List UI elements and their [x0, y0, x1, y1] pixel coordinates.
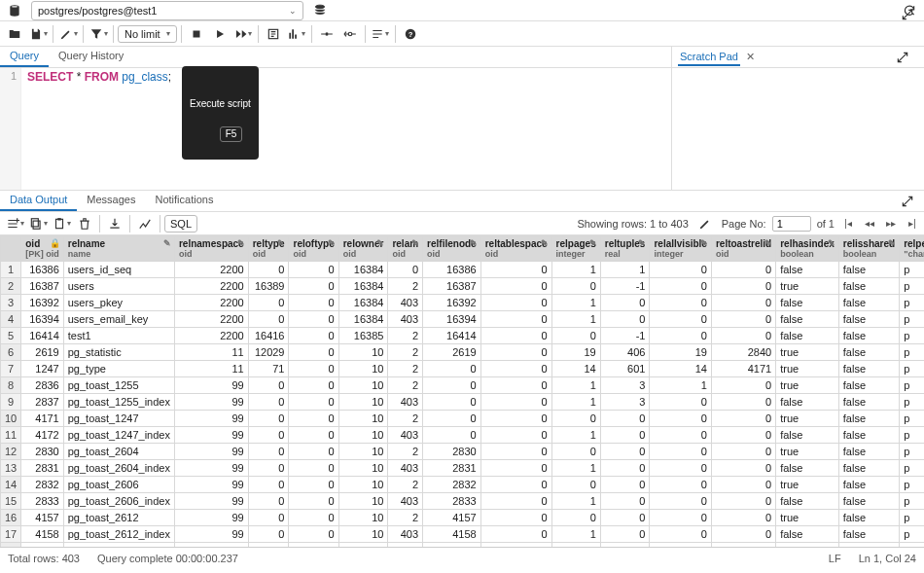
cell[interactable]: 0	[711, 262, 775, 278]
cell[interactable]: 14	[551, 361, 600, 377]
cell[interactable]: 0	[289, 526, 338, 543]
cell[interactable]: pg_toast_1247_index	[63, 427, 174, 444]
cell[interactable]: 0	[289, 262, 338, 278]
cell[interactable]: 10	[338, 460, 388, 477]
cell[interactable]: 2832	[21, 477, 64, 493]
column-header[interactable]: relallvisibleinteger✎	[650, 236, 711, 262]
tab-data-output[interactable]: Data Output	[0, 191, 77, 211]
cell[interactable]: false	[776, 311, 839, 328]
cell[interactable]: 406	[600, 344, 650, 361]
explain-button[interactable]	[263, 23, 284, 45]
paste-button[interactable]	[51, 213, 72, 234]
cell[interactable]: 0	[289, 394, 338, 411]
cell[interactable]: 0	[289, 311, 338, 328]
cell[interactable]: 16414	[21, 328, 64, 344]
cell[interactable]: 0	[711, 377, 775, 394]
column-header[interactable]: relissharedboolean✎	[838, 236, 899, 262]
cell[interactable]: 0	[248, 295, 289, 311]
table-row[interactable]: 516414test122001641601638521641400-100fa…	[1, 328, 925, 344]
cell[interactable]: -1	[600, 328, 650, 344]
cell[interactable]: 0	[289, 411, 338, 427]
cell[interactable]: true	[776, 444, 839, 460]
cell[interactable]: 10	[338, 411, 388, 427]
cell[interactable]: 4171	[21, 411, 64, 427]
cell[interactable]: users_id_seq	[63, 262, 174, 278]
copy-button[interactable]	[27, 213, 49, 234]
cell[interactable]: 12029	[248, 344, 289, 361]
table-row[interactable]: 142832pg_toast_26069900102283200000truef…	[1, 477, 925, 493]
cell[interactable]: 0	[711, 510, 775, 526]
cell[interactable]: 1	[551, 377, 600, 394]
cell[interactable]: 0	[480, 526, 551, 543]
row-number[interactable]: 14	[1, 477, 21, 493]
results-grid[interactable]: oid[PK] oid🔒relnamename✎relnamespaceoid✎…	[0, 235, 924, 547]
cell[interactable]: 0	[650, 262, 711, 278]
next-page-button[interactable]: ▸▸	[883, 216, 899, 232]
cell[interactable]: 2200	[174, 278, 248, 295]
tab-notifications[interactable]: Notifications	[145, 191, 223, 211]
cell[interactable]: true	[776, 377, 839, 394]
prev-page-button[interactable]: ◂◂	[862, 216, 877, 232]
cell[interactable]: 16386	[21, 262, 64, 278]
cell[interactable]: 1	[551, 493, 600, 510]
cell[interactable]: 1	[551, 311, 600, 328]
cell[interactable]: 10	[338, 526, 388, 543]
row-number[interactable]: 11	[1, 427, 21, 444]
cell[interactable]: 16394	[423, 311, 481, 328]
cell[interactable]: 16392	[423, 295, 481, 311]
cell[interactable]: p	[900, 361, 924, 377]
cell[interactable]: false	[776, 394, 839, 411]
row-number[interactable]: 6	[1, 344, 21, 361]
cell[interactable]: 0	[711, 477, 775, 493]
cell[interactable]: 0	[248, 394, 289, 411]
cell[interactable]: 99	[174, 444, 248, 460]
tab-query-history[interactable]: Query History	[49, 47, 133, 67]
cell[interactable]: 10	[338, 477, 388, 493]
cell[interactable]: 1	[551, 427, 600, 444]
cell[interactable]: 2200	[174, 328, 248, 344]
column-header[interactable]: relnamespaceoid✎	[174, 236, 248, 262]
cell[interactable]: false	[838, 444, 899, 460]
cell[interactable]: users_email_key	[63, 311, 174, 328]
column-header[interactable]: reltoastrelidoid✎	[711, 236, 775, 262]
cell[interactable]: 3	[600, 377, 650, 394]
cell[interactable]: 2836	[21, 377, 64, 394]
cell[interactable]: -1	[600, 278, 650, 295]
cell[interactable]: p	[900, 262, 924, 278]
cell[interactable]: users_pkey	[63, 295, 174, 311]
cell[interactable]: 99	[174, 411, 248, 427]
cell[interactable]: true	[776, 477, 839, 493]
cell[interactable]: 2200	[174, 311, 248, 328]
cell[interactable]: 99	[174, 427, 248, 444]
cell[interactable]: 2	[388, 444, 423, 460]
cell[interactable]: users	[63, 278, 174, 295]
column-header[interactable]: reltablespaceoid✎	[480, 236, 551, 262]
cell[interactable]: 0	[551, 477, 600, 493]
cell[interactable]: p	[900, 411, 924, 427]
cell[interactable]: 10	[338, 444, 388, 460]
commit-button[interactable]	[316, 23, 338, 45]
cell[interactable]: false	[838, 361, 899, 377]
edit-button[interactable]	[57, 23, 79, 45]
tab-messages[interactable]: Messages	[77, 191, 145, 211]
cell[interactable]: 0	[600, 460, 650, 477]
table-row[interactable]: 62619pg_statistic11120290102261901940619…	[1, 344, 925, 361]
cell[interactable]: 2	[388, 510, 423, 526]
open-file-button[interactable]	[4, 23, 25, 45]
execute-options-button[interactable]	[232, 23, 254, 45]
cell[interactable]: 0	[600, 493, 650, 510]
cell[interactable]: 2831	[423, 460, 481, 477]
cell[interactable]: 2	[388, 328, 423, 344]
cell[interactable]: p	[900, 444, 924, 460]
cell[interactable]: 0	[423, 411, 481, 427]
cell[interactable]: 2832	[423, 477, 481, 493]
cell[interactable]: pg_toast_2606_index	[63, 493, 174, 510]
cell[interactable]: 16385	[338, 328, 388, 344]
cell[interactable]: false	[838, 311, 899, 328]
first-page-button[interactable]: |◂	[840, 216, 856, 232]
column-header[interactable]: reloftypeoid✎	[289, 236, 338, 262]
column-header[interactable]: reltuplesreal✎	[600, 236, 650, 262]
cell[interactable]: 0	[480, 295, 551, 311]
cell[interactable]: 0	[423, 427, 481, 444]
cell[interactable]: 2840	[711, 344, 775, 361]
